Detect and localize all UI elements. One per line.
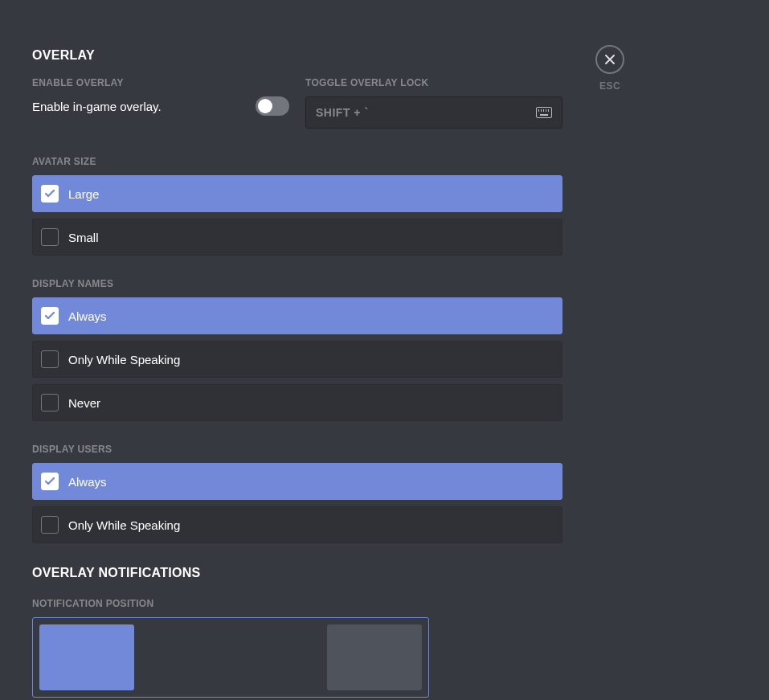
checkmark-icon bbox=[45, 477, 55, 485]
checkbox bbox=[41, 307, 59, 325]
notification-position-label: NOTIFICATION POSITION bbox=[32, 598, 562, 609]
option-label: Never bbox=[68, 396, 100, 410]
checkbox bbox=[41, 516, 59, 534]
enable-overlay-label: ENABLE OVERLAY bbox=[32, 77, 289, 88]
checkbox bbox=[41, 394, 59, 411]
avatar-size-label: AVATAR SIZE bbox=[32, 156, 562, 167]
position-top-left[interactable] bbox=[39, 624, 134, 690]
keyboard-icon bbox=[536, 107, 552, 118]
checkbox bbox=[41, 350, 59, 368]
page-title: OVERLAY bbox=[32, 48, 562, 63]
avatar-size-option-large[interactable]: Large bbox=[32, 175, 562, 212]
option-label: Only While Speaking bbox=[68, 518, 180, 532]
display-names-option-never[interactable]: Never bbox=[32, 384, 562, 421]
option-label: Small bbox=[68, 231, 99, 244]
option-label: Only While Speaking bbox=[68, 353, 180, 366]
close-icon bbox=[603, 53, 616, 66]
option-label: Large bbox=[68, 187, 99, 201]
overlay-notifications-title: OVERLAY NOTIFICATIONS bbox=[32, 566, 562, 580]
hotkey-input[interactable]: SHIFT + ` bbox=[305, 96, 562, 129]
display-names-label: DISPLAY NAMES bbox=[32, 278, 562, 289]
option-label: Always bbox=[68, 475, 107, 489]
display-users-option-speaking[interactable]: Only While Speaking bbox=[32, 506, 562, 543]
checkbox bbox=[41, 473, 59, 490]
checkbox bbox=[41, 228, 59, 246]
display-users-option-always[interactable]: Always bbox=[32, 463, 562, 500]
avatar-size-option-small[interactable]: Small bbox=[32, 219, 562, 256]
checkbox bbox=[41, 185, 59, 203]
close-button[interactable] bbox=[595, 45, 624, 74]
esc-label: ESC bbox=[599, 80, 620, 92]
display-names-option-always[interactable]: Always bbox=[32, 297, 562, 334]
enable-overlay-text: Enable in-game overlay. bbox=[32, 100, 162, 113]
toggle-overlay-lock-label: TOGGLE OVERLAY LOCK bbox=[305, 77, 562, 88]
display-users-label: DISPLAY USERS bbox=[32, 444, 562, 455]
checkmark-icon bbox=[45, 190, 55, 198]
display-names-option-speaking[interactable]: Only While Speaking bbox=[32, 341, 562, 378]
hotkey-value: SHIFT + ` bbox=[316, 106, 369, 119]
notification-position-picker bbox=[32, 617, 429, 698]
option-label: Always bbox=[68, 309, 107, 323]
enable-overlay-toggle[interactable] bbox=[256, 96, 289, 116]
toggle-knob bbox=[258, 99, 272, 113]
position-top-right[interactable] bbox=[327, 624, 422, 690]
checkmark-icon bbox=[45, 312, 55, 320]
